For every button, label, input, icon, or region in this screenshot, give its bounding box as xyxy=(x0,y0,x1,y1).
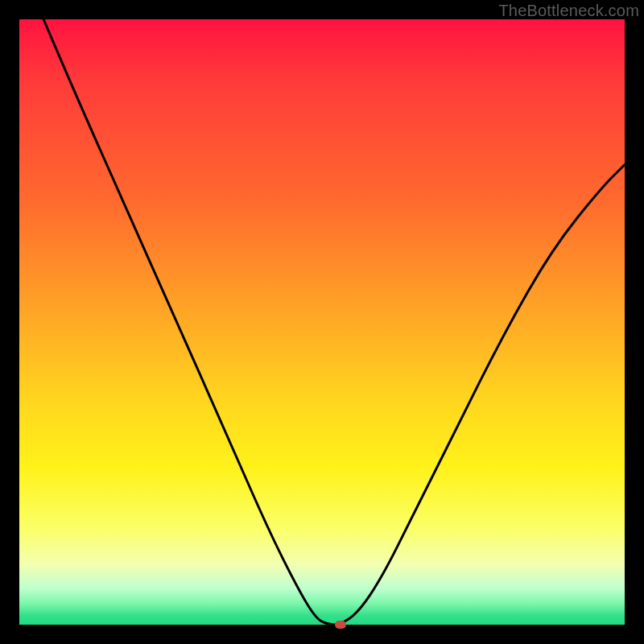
curve-path xyxy=(43,19,625,625)
bottleneck-curve xyxy=(19,19,625,625)
min-marker xyxy=(335,621,346,629)
watermark-text: TheBottleneck.com xyxy=(498,2,639,20)
plot-area xyxy=(19,19,625,625)
chart-frame: TheBottleneck.com xyxy=(0,0,644,644)
